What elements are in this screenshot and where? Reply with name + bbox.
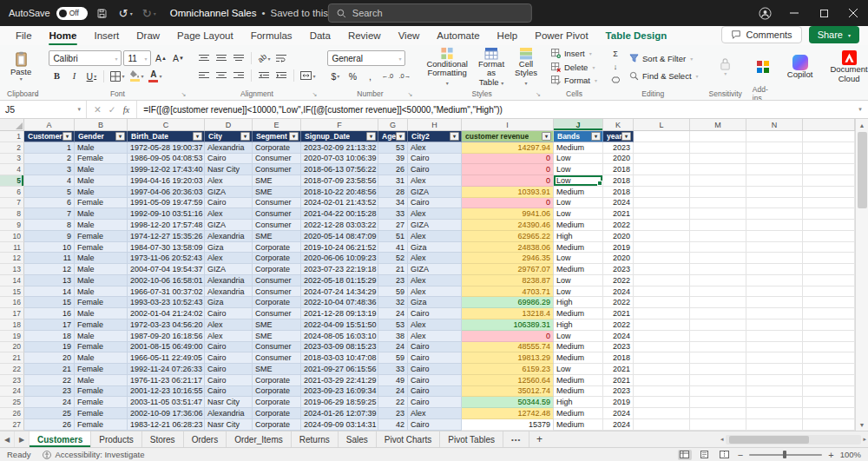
empty-cell[interactable]	[746, 308, 803, 319]
decrease-indent-button[interactable]	[256, 69, 272, 83]
cell-I6[interactable]: 10393.91	[462, 187, 554, 198]
empty-cell[interactable]	[634, 364, 690, 375]
cell-G26[interactable]: 23	[378, 408, 408, 419]
cell-G5[interactable]: 31	[378, 175, 408, 187]
scroll-up-icon[interactable]: ▲	[856, 119, 868, 131]
page-break-view-button[interactable]	[718, 450, 732, 460]
search-input[interactable]: Search	[328, 3, 532, 23]
filter-button[interactable]: ▾	[366, 132, 376, 141]
cell-C7[interactable]: 1991-05-09 19:47:59	[128, 198, 205, 209]
cell-G2[interactable]: 53	[378, 142, 408, 154]
cell-J17[interactable]: Medium	[554, 308, 603, 319]
cell-styles-button[interactable]: Cell Styles ▾	[511, 46, 541, 89]
ribbon-tab-data[interactable]: Data	[301, 28, 339, 45]
cell-G14[interactable]: 23	[378, 275, 408, 286]
clipboard-dialog-launcher-icon[interactable]: ↘	[34, 91, 39, 98]
borders-button[interactable]: ▾	[108, 69, 126, 83]
font-name-select[interactable]: Calibri▾	[49, 50, 122, 66]
cell-D12[interactable]: Alex	[205, 253, 253, 264]
cell-G15[interactable]: 59	[378, 286, 408, 298]
table-header-gender[interactable]: Gender▾	[75, 131, 128, 142]
cell-K18[interactable]: 2022	[603, 319, 634, 331]
cell-H19[interactable]: Alex	[408, 331, 462, 342]
cell-D7[interactable]: Cairo	[205, 198, 253, 209]
paste-button[interactable]: Paste ▾	[7, 50, 35, 83]
cell-K21[interactable]: 2018	[603, 352, 634, 364]
page-layout-view-button[interactable]	[698, 450, 712, 460]
empty-cell[interactable]	[634, 154, 690, 165]
cell-D15[interactable]: Alexandria	[205, 286, 253, 298]
cell-K17[interactable]: 2021	[603, 308, 634, 319]
ribbon-tab-page-layout[interactable]: Page Layout	[168, 28, 242, 45]
cell-F14[interactable]: 2022-05-18 01:15:29	[301, 275, 378, 286]
column-header-G[interactable]: G	[378, 119, 408, 130]
cell-I17[interactable]: 13218.4	[462, 308, 554, 319]
cell-E3[interactable]: Consumer	[253, 154, 301, 165]
filter-button[interactable]: ▾	[240, 132, 250, 141]
cell-A20[interactable]: 19	[24, 342, 75, 353]
cell-J24[interactable]: Medium	[554, 386, 603, 398]
empty-cell[interactable]	[690, 131, 746, 142]
cell-F26[interactable]: 2024-01-26 12:07:39	[301, 408, 378, 419]
cell-A27[interactable]: 26	[24, 419, 75, 431]
empty-cell[interactable]	[746, 264, 803, 275]
cell-D11[interactable]: Giza	[205, 242, 253, 254]
cell-H26[interactable]: Alex	[408, 408, 462, 419]
row-header-10[interactable]: 10	[0, 231, 24, 242]
cell-H14[interactable]: Alex	[408, 275, 462, 286]
scroll-left-icon[interactable]: ◂	[720, 436, 724, 443]
empty-cell[interactable]	[634, 419, 690, 431]
cell-B15[interactable]: Male	[75, 286, 128, 298]
cell-J10[interactable]: High	[554, 231, 603, 242]
empty-cell[interactable]	[803, 297, 855, 308]
cell-I18[interactable]: 106389.31	[462, 319, 554, 331]
empty-cell[interactable]	[746, 386, 803, 398]
zoom-slider[interactable]	[749, 454, 822, 456]
cell-H10[interactable]: Alex	[408, 231, 462, 242]
empty-cell[interactable]	[803, 131, 855, 142]
copilot-button[interactable]: Copilot	[784, 54, 817, 81]
cell-I15[interactable]: 4703.71	[462, 286, 554, 298]
cell-E2[interactable]: Corporate	[253, 142, 301, 154]
cell-A9[interactable]: 8	[24, 220, 75, 231]
cell-K25[interactable]: 2019	[603, 397, 634, 408]
close-button[interactable]	[838, 0, 868, 26]
column-header-N[interactable]: N	[746, 119, 803, 130]
maximize-button[interactable]	[809, 0, 838, 26]
cell-H23[interactable]: Cairo	[408, 375, 462, 386]
scroll-down-icon[interactable]: ▼	[856, 418, 868, 431]
cell-I7[interactable]: 0	[462, 198, 554, 209]
empty-cell[interactable]	[690, 242, 746, 254]
empty-cell[interactable]	[803, 386, 855, 398]
sheet-tab-pivot-tables[interactable]: Pivot Tables	[440, 431, 503, 447]
cell-A15[interactable]: 14	[24, 286, 75, 298]
font-dialog-launcher-icon[interactable]: ↘	[181, 91, 187, 98]
cell-J22[interactable]: Low	[554, 364, 603, 375]
cell-B12[interactable]: Male	[75, 253, 128, 264]
cell-I13[interactable]: 29767.07	[462, 264, 554, 275]
cell-G18[interactable]: 53	[378, 319, 408, 331]
comments-button[interactable]: Comments	[721, 26, 801, 43]
column-header-I[interactable]: I	[462, 119, 554, 130]
sheet-tab-returns[interactable]: Returns	[292, 431, 339, 447]
cell-H11[interactable]: Giza	[408, 242, 462, 254]
cell-H9[interactable]: GIZA	[408, 220, 462, 231]
cell-I21[interactable]: 19813.29	[462, 352, 554, 364]
empty-cell[interactable]	[746, 175, 803, 187]
number-format-select[interactable]: General▾	[327, 50, 405, 66]
empty-cell[interactable]	[803, 142, 855, 154]
cell-E17[interactable]: Consumer	[253, 308, 301, 319]
cell-K12[interactable]: 2020	[603, 253, 634, 264]
cancel-formula-icon[interactable]: ✕	[94, 104, 102, 115]
cell-B24[interactable]: Female	[75, 386, 128, 398]
cell-I3[interactable]: 0	[462, 154, 554, 165]
filter-button[interactable]: ▾	[115, 132, 125, 141]
clear-button[interactable]	[608, 75, 623, 85]
sort-filter-button[interactable]: Sort & Filter▾	[629, 52, 699, 65]
cell-E18[interactable]: SME	[253, 319, 301, 331]
row-header-22[interactable]: 22	[0, 364, 24, 375]
cell-B21[interactable]: Male	[75, 352, 128, 364]
cell-A11[interactable]: 10	[24, 242, 75, 254]
cell-J14[interactable]: Low	[554, 275, 603, 286]
table-header-year[interactable]: year▾	[603, 131, 634, 142]
